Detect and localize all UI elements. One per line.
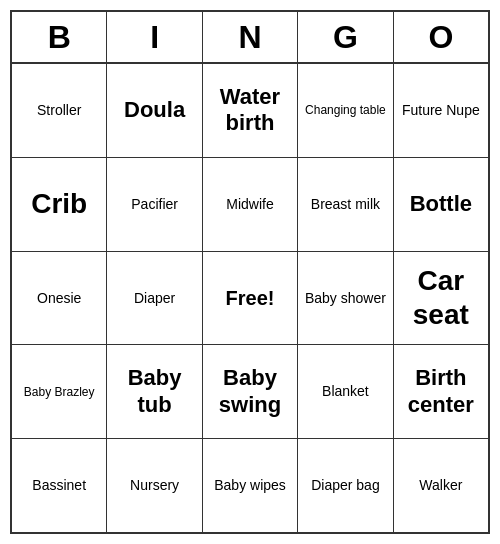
bingo-cell: Water birth: [203, 64, 298, 157]
bingo-cell: Baby shower: [298, 252, 393, 345]
bingo-cell: Walker: [394, 439, 488, 532]
bingo-cell: Nursery: [107, 439, 202, 532]
bingo-cell: Breast milk: [298, 158, 393, 251]
bingo-cell: Stroller: [12, 64, 107, 157]
bingo-cell: Baby swing: [203, 345, 298, 438]
header-letter: N: [203, 12, 298, 62]
bingo-row: CribPacifierMidwifeBreast milkBottle: [12, 158, 488, 252]
bingo-cell: Crib: [12, 158, 107, 251]
bingo-row: OnesieDiaperFree!Baby showerCar seat: [12, 252, 488, 346]
bingo-row: Baby BrazleyBaby tubBaby swingBlanketBir…: [12, 345, 488, 439]
bingo-cell: Car seat: [394, 252, 488, 345]
header-letter: B: [12, 12, 107, 62]
header-letter: O: [394, 12, 488, 62]
bingo-cell: Midwife: [203, 158, 298, 251]
bingo-cell: Baby Brazley: [12, 345, 107, 438]
bingo-cell: Bottle: [394, 158, 488, 251]
bingo-cell: Baby wipes: [203, 439, 298, 532]
bingo-cell: Bassinet: [12, 439, 107, 532]
bingo-cell: Diaper bag: [298, 439, 393, 532]
bingo-cell: Changing table: [298, 64, 393, 157]
bingo-header: BINGO: [12, 12, 488, 64]
bingo-cell: Onesie: [12, 252, 107, 345]
bingo-row: StrollerDoulaWater birthChanging tableFu…: [12, 64, 488, 158]
bingo-card: BINGO StrollerDoulaWater birthChanging t…: [10, 10, 490, 534]
bingo-cell: Birth center: [394, 345, 488, 438]
bingo-cell: Blanket: [298, 345, 393, 438]
bingo-cell: Pacifier: [107, 158, 202, 251]
bingo-grid: StrollerDoulaWater birthChanging tableFu…: [12, 64, 488, 532]
bingo-cell: Diaper: [107, 252, 202, 345]
bingo-cell: Baby tub: [107, 345, 202, 438]
header-letter: G: [298, 12, 393, 62]
bingo-cell: Doula: [107, 64, 202, 157]
bingo-cell: Free!: [203, 252, 298, 345]
bingo-cell: Future Nupe: [394, 64, 488, 157]
header-letter: I: [107, 12, 202, 62]
bingo-row: BassinetNurseryBaby wipesDiaper bagWalke…: [12, 439, 488, 532]
